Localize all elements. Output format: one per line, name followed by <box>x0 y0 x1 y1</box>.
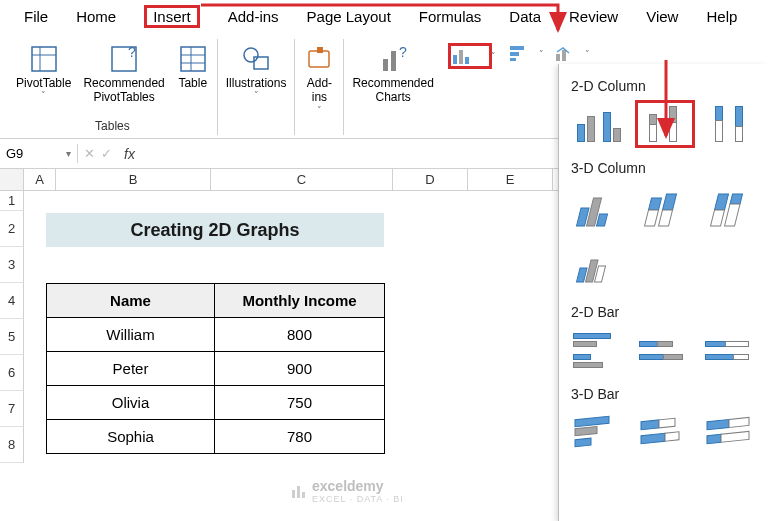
svg-rect-0 <box>32 47 56 71</box>
svg-rect-42 <box>575 426 597 435</box>
3d-stacked-bar-thumb[interactable] <box>637 410 693 454</box>
svg-rect-49 <box>729 417 749 427</box>
svg-rect-12 <box>317 47 323 53</box>
3d-column-thumb[interactable] <box>571 240 627 290</box>
table-button[interactable]: Table <box>177 43 209 104</box>
100-stacked-column-thumb[interactable] <box>703 102 759 146</box>
svg-rect-29 <box>597 214 608 226</box>
row-header-6[interactable]: 6 <box>0 355 24 391</box>
heading-2d-bar: 2-D Bar <box>569 296 762 328</box>
insert-combo-chart-button[interactable]: ˅ <box>554 43 584 65</box>
fx-label: fx <box>118 146 141 162</box>
column-chart-icon <box>452 47 472 65</box>
3d-stacked-column-thumb[interactable] <box>637 184 693 234</box>
col-header-e[interactable]: E <box>468 169 553 190</box>
watermark: exceldemyEXCEL · DATA · BI <box>290 478 404 504</box>
svg-rect-35 <box>711 210 725 226</box>
svg-text:?: ? <box>128 44 136 60</box>
recommended-charts-icon: ? <box>377 43 409 75</box>
name-box[interactable]: G9▾ <box>0 144 78 163</box>
svg-rect-53 <box>297 486 300 498</box>
stacked-bar-thumb[interactable] <box>637 328 693 372</box>
col-header-a[interactable]: A <box>24 169 56 190</box>
3d-100-stacked-bar-thumb[interactable] <box>703 410 759 454</box>
menu-pagelayout[interactable]: Page Layout <box>293 6 405 27</box>
row-headers: 1 2 3 4 5 6 7 8 <box>0 191 24 463</box>
select-all-corner[interactable] <box>0 169 24 190</box>
menu-formulas[interactable]: Formulas <box>405 6 496 27</box>
menu-home[interactable]: Home <box>62 6 130 27</box>
insert-column-chart-button[interactable]: ˅ <box>448 43 492 69</box>
menu-review[interactable]: Review <box>555 6 632 27</box>
svg-rect-46 <box>641 433 665 444</box>
svg-rect-41 <box>575 416 609 427</box>
clustered-bar-thumb[interactable] <box>571 328 627 372</box>
row-header-1[interactable]: 1 <box>0 191 24 211</box>
menu-data[interactable]: Data <box>495 6 555 27</box>
svg-rect-43 <box>575 438 591 447</box>
stacked-column-thumb[interactable] <box>637 102 693 146</box>
col-header-b[interactable]: B <box>56 169 211 190</box>
menu-file[interactable]: File <box>10 6 62 27</box>
svg-rect-21 <box>510 58 516 61</box>
menu-view[interactable]: View <box>632 6 692 27</box>
illustrations-button[interactable]: Illustrations <box>226 43 287 104</box>
ribbon-group-charts: ? Recommended Charts <box>344 39 441 135</box>
svg-rect-38 <box>577 268 587 282</box>
svg-rect-51 <box>721 431 749 442</box>
svg-rect-11 <box>309 51 329 67</box>
data-table: Name Monthly Income William800 Peter900 … <box>46 283 385 454</box>
row-header-4[interactable]: 4 <box>0 283 24 319</box>
100-stacked-bar-thumb[interactable] <box>703 328 759 372</box>
col-header-c[interactable]: C <box>211 169 393 190</box>
table-row: Sophia780 <box>47 420 385 454</box>
insert-bar-chart-button[interactable]: ˅ <box>508 43 538 65</box>
recommended-pivottables-button[interactable]: ? Recommended PivotTables <box>83 43 164 105</box>
row-header-8[interactable]: 8 <box>0 427 24 463</box>
svg-rect-37 <box>725 204 740 226</box>
svg-rect-5 <box>181 47 205 71</box>
svg-rect-47 <box>665 432 679 441</box>
table-row: William800 <box>47 318 385 352</box>
row-header-5[interactable]: 5 <box>0 319 24 355</box>
3d-clustered-bar-thumb[interactable] <box>571 410 627 454</box>
header-name[interactable]: Name <box>47 284 215 318</box>
svg-rect-23 <box>562 50 566 61</box>
pivottable-button[interactable]: PivotTable <box>16 43 71 104</box>
enter-icon[interactable]: ✓ <box>101 146 112 161</box>
svg-rect-14 <box>391 51 396 71</box>
table-row: Olivia750 <box>47 386 385 420</box>
row-header-3[interactable]: 3 <box>0 247 24 283</box>
group-label-tables: Tables <box>95 119 130 135</box>
combo-chart-icon <box>555 44 575 62</box>
menu-help[interactable]: Help <box>692 6 751 27</box>
heading-3d-column: 3-D Column <box>569 152 762 184</box>
3d-clustered-column-thumb[interactable] <box>571 184 627 234</box>
svg-text:?: ? <box>399 44 407 60</box>
svg-rect-48 <box>707 419 729 429</box>
col-header-d[interactable]: D <box>393 169 468 190</box>
sheet-title-banner: Creating 2D Graphs <box>46 213 384 247</box>
watermark-icon <box>290 482 308 500</box>
ribbon-group-tables: PivotTable ? Recommended PivotTables Tab… <box>8 39 218 135</box>
header-income[interactable]: Monthly Income <box>215 284 385 318</box>
clustered-column-thumb[interactable] <box>571 102 627 146</box>
addins-icon <box>303 43 335 75</box>
menu-addins[interactable]: Add-ins <box>214 6 293 27</box>
menu-bar: File Home Insert Add-ins Page Layout For… <box>0 0 768 35</box>
formula-bar-buttons: ✕✓ <box>78 146 118 161</box>
svg-rect-44 <box>641 420 659 430</box>
svg-rect-19 <box>510 46 524 50</box>
svg-rect-18 <box>465 57 469 64</box>
recommended-charts-button[interactable]: ? Recommended Charts <box>352 43 433 105</box>
addins-button[interactable]: Add- ins <box>303 43 335 116</box>
row-header-2[interactable]: 2 <box>0 211 24 247</box>
3d-100-stacked-column-thumb[interactable] <box>703 184 759 234</box>
svg-rect-52 <box>292 490 295 498</box>
svg-rect-32 <box>663 194 677 210</box>
table-header-row: Name Monthly Income <box>47 284 385 318</box>
menu-insert[interactable]: Insert <box>130 6 214 27</box>
svg-rect-16 <box>453 55 457 64</box>
row-header-7[interactable]: 7 <box>0 391 24 427</box>
cancel-icon[interactable]: ✕ <box>84 146 95 161</box>
